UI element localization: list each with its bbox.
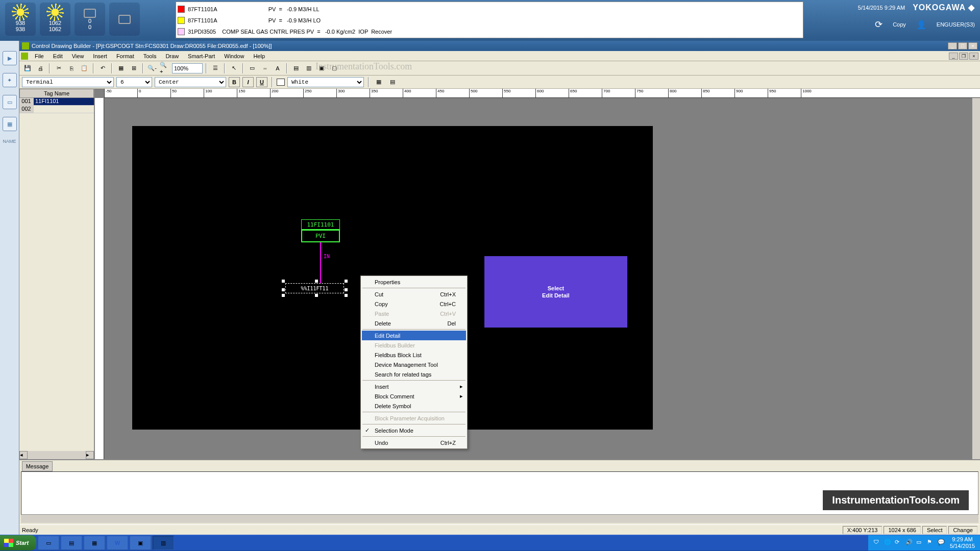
context-menu-item-delete[interactable]: DeleteDel	[362, 318, 466, 328]
properties-icon[interactable]: ☰	[210, 63, 221, 74]
paste-icon[interactable]: 📋	[79, 63, 90, 74]
menu-tools[interactable]: Tools	[139, 52, 161, 60]
minimize-button[interactable]: _	[948, 42, 957, 49]
align-select[interactable]: Center	[155, 77, 226, 87]
tag-row[interactable]: 002	[19, 106, 94, 113]
network-icon[interactable]: 🌐	[884, 539, 892, 547]
alarm-row[interactable]: 87FT1101A PV = -0.9 M3/H LL	[178, 4, 801, 15]
align-icon[interactable]: ▤	[290, 63, 302, 74]
cut-icon[interactable]: ✂	[53, 63, 64, 74]
weather-widget-2[interactable]: 1062 1062	[40, 3, 70, 36]
menu-window[interactable]: Window	[220, 52, 248, 60]
taskbar-app-3[interactable]: ▦	[84, 536, 105, 550]
sidebar-expand-icon[interactable]: ▶	[3, 51, 17, 65]
context-menu-item-properties[interactable]: Properties	[362, 277, 466, 287]
taskbar-app-active[interactable]: ▥	[153, 536, 174, 550]
sidebar-tool-icon[interactable]: ✦	[3, 73, 17, 87]
color-swatch[interactable]	[277, 79, 285, 86]
layout2-icon[interactable]: ▤	[387, 77, 398, 88]
maximize-button[interactable]: □	[958, 42, 967, 49]
shield-icon[interactable]: 🛡	[873, 539, 881, 547]
battery-icon[interactable]: ▭	[916, 539, 924, 547]
menu-help[interactable]: Help	[249, 52, 269, 60]
menu-edit[interactable]: Edit	[49, 52, 67, 60]
tray-clock[interactable]: 9:29 AM 5/14/2015	[950, 536, 975, 549]
context-menu-item-cut[interactable]: CutCtrl+X	[362, 289, 466, 299]
save-icon[interactable]: 💾	[22, 63, 33, 74]
alarm-panel[interactable]: 87FT1101A PV = -0.9 M3/H LL 87FT1101A PV…	[176, 2, 803, 38]
underline-button[interactable]: U	[256, 77, 267, 87]
pointer-icon[interactable]: ↖	[228, 63, 239, 74]
bold-button[interactable]: B	[229, 77, 240, 87]
copy-icon[interactable]: ⎘	[66, 63, 77, 74]
copy-button[interactable]: Copy	[893, 21, 906, 28]
undo-icon[interactable]: ↶	[97, 63, 108, 74]
scroll-left-icon[interactable]: ◂	[19, 451, 28, 459]
context-menu-item-selection-mode[interactable]: ✓Selection Mode	[362, 425, 466, 435]
menu-file[interactable]: File	[31, 52, 48, 60]
zoom-in-icon[interactable]: 🔍+	[159, 63, 170, 74]
tag-header[interactable]: Tag Name	[19, 89, 94, 98]
child-minimize-button[interactable]: _	[949, 53, 958, 60]
message-tab[interactable]: Message	[22, 461, 53, 471]
user-label[interactable]: ENGUSER(S3)	[937, 21, 975, 28]
msg-icon[interactable]: 💬	[938, 539, 946, 547]
group-icon[interactable]: ▣	[316, 63, 327, 74]
block-icon[interactable]: ▭	[247, 63, 258, 74]
scroll-right-icon[interactable]: ▸	[86, 451, 94, 459]
sidebar-grid-icon[interactable]: ▦	[3, 117, 17, 131]
context-menu-item-device-management-tool[interactable]: Device Management Tool	[362, 360, 466, 369]
tag-hscroll[interactable]: ◂ ▸	[19, 451, 94, 459]
child-close-button[interactable]: ×	[969, 53, 978, 60]
zoom-out-icon[interactable]: 🔍-	[146, 63, 158, 74]
print-icon[interactable]: 🖨	[35, 63, 46, 74]
misc-widget-1[interactable]: 0 0	[75, 3, 105, 36]
font-size-select[interactable]: 6	[116, 77, 152, 87]
snap-icon[interactable]: ⊞	[128, 63, 139, 74]
app-title-bar[interactable]: Control Drawing Builder - [Pjt:GSPCOGT S…	[19, 41, 980, 51]
taskbar-app-2[interactable]: ▤	[61, 536, 82, 550]
function-block-type[interactable]: PVI	[301, 230, 340, 242]
color-select[interactable]: White	[287, 77, 364, 87]
alarm-row[interactable]: 87FT1101A PV = -0.9 M3/H LO	[178, 15, 801, 26]
font-name-select[interactable]: Terminal	[22, 77, 114, 87]
context-menu-item-insert[interactable]: Insert▸	[362, 382, 466, 391]
misc-widget-2[interactable]	[109, 3, 140, 36]
menu-view[interactable]: View	[68, 52, 88, 60]
context-menu-item-copy[interactable]: CopyCtrl+C	[362, 299, 466, 309]
context-menu-item-search-for-related-tags[interactable]: Search for related tags	[362, 369, 466, 379]
tag-row[interactable]: 001 11FI1101	[19, 98, 94, 106]
zoom-input[interactable]	[172, 63, 203, 73]
message-body[interactable]: InstrumentationTools.com	[21, 471, 978, 515]
text-icon[interactable]: A	[272, 63, 283, 74]
canvas-vscroll[interactable]	[972, 98, 980, 459]
close-button[interactable]: ×	[968, 42, 977, 49]
volume-icon[interactable]: 🔊	[905, 539, 914, 547]
menu-format[interactable]: Format	[112, 52, 138, 60]
context-menu-item-block-comment[interactable]: Block Comment▸	[362, 391, 466, 401]
wire[interactable]	[320, 242, 321, 283]
sync-icon[interactable]: ⟳	[875, 19, 883, 30]
menu-insert[interactable]: Insert	[89, 52, 111, 60]
alarm-row[interactable]: 31PDI3505 COMP SEAL GAS CNTRL PRES PV = …	[178, 26, 801, 37]
weather-widget-1[interactable]: 938 938	[5, 3, 36, 36]
ungroup-icon[interactable]: ▢	[329, 63, 340, 74]
child-restore-button[interactable]: ❐	[959, 53, 968, 60]
context-menu-item-edit-detail[interactable]: Edit Detail	[362, 331, 466, 340]
menu-draw[interactable]: Draw	[161, 52, 183, 60]
taskbar-app-4[interactable]: ▣	[130, 536, 151, 550]
context-menu-item-delete-symbol[interactable]: Delete Symbol	[362, 401, 466, 411]
taskbar-app-word[interactable]: W	[107, 536, 128, 550]
drawing-canvas[interactable]: 11FI1101 PVI IN %%I11FT11 Selec	[104, 98, 980, 459]
start-button[interactable]: Start	[0, 535, 36, 550]
layout-icon[interactable]: ▦	[373, 77, 384, 88]
context-menu-item-fieldbus-block-list[interactable]: Fieldbus Block List	[362, 350, 466, 360]
flag-icon[interactable]: ⚑	[927, 539, 935, 547]
context-menu-item-undo[interactable]: UndoCtrl+Z	[362, 438, 466, 447]
menu-smartpart[interactable]: Smart-Part	[184, 52, 219, 60]
taskbar-app-1[interactable]: ▭	[38, 536, 59, 550]
distribute-icon[interactable]: ▥	[303, 63, 314, 74]
update-icon[interactable]: ⟳	[895, 539, 903, 547]
function-block-tag[interactable]: 11FI1101	[301, 219, 340, 230]
italic-button[interactable]: I	[242, 77, 254, 87]
